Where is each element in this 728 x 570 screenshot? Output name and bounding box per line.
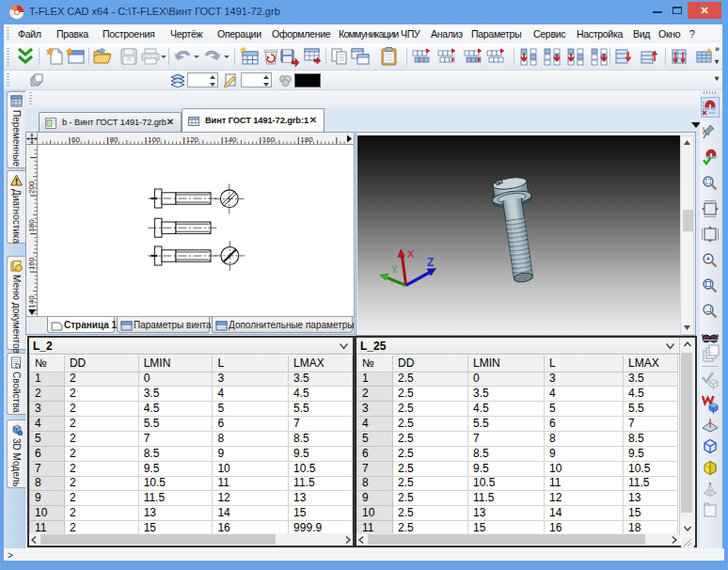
svg-text:160: 160 bbox=[27, 257, 36, 270]
svg-text:Y: Y bbox=[391, 264, 398, 275]
svg-text:140: 140 bbox=[27, 295, 36, 309]
svg-text:80: 80 bbox=[110, 135, 119, 144]
svg-text:X: X bbox=[407, 248, 415, 260]
svg-text:180: 180 bbox=[27, 219, 36, 232]
svg-text:200: 200 bbox=[27, 181, 36, 194]
svg-text:Z: Z bbox=[427, 256, 434, 269]
svg-text:60: 60 bbox=[71, 135, 80, 144]
